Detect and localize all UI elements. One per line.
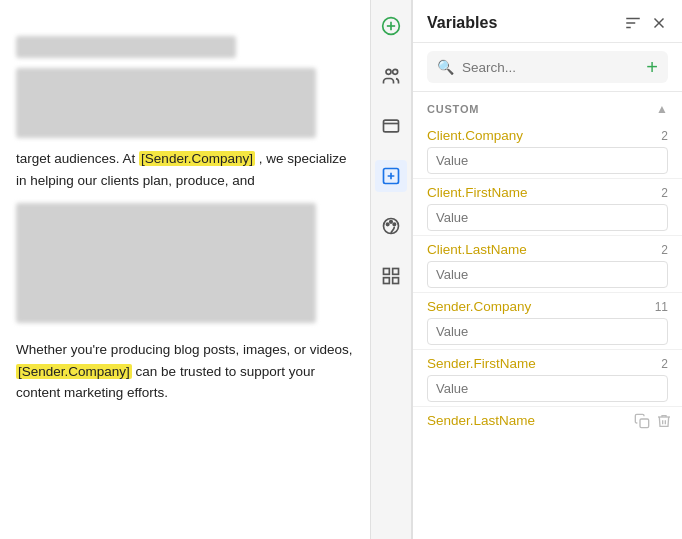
search-input-wrapper: 🔍 + xyxy=(427,51,668,83)
svg-rect-13 xyxy=(384,278,390,284)
variable-count: 2 xyxy=(661,243,668,257)
svg-point-4 xyxy=(393,69,398,74)
search-input[interactable] xyxy=(462,60,634,75)
content-text-line1: target audiences. At [Sender.Company] , … xyxy=(16,148,354,191)
add-variable-button[interactable]: + xyxy=(646,57,658,77)
variable-name: Sender.LastName xyxy=(427,413,535,428)
variable-item-sender-firstname: Sender.FirstName 2 xyxy=(413,350,682,407)
text-before-highlight2: Whether you're producing blog posts, ima… xyxy=(16,342,353,357)
svg-rect-12 xyxy=(393,269,399,275)
variable-item-sender-company: Sender.Company 11 xyxy=(413,293,682,350)
variable-value-sender-company[interactable] xyxy=(427,318,668,345)
sidebar xyxy=(370,0,412,539)
svg-point-3 xyxy=(386,69,391,74)
search-bar: 🔍 + xyxy=(413,43,682,92)
variable-row: Sender.Company 11 xyxy=(427,299,668,314)
variable-row: Sender.LastName xyxy=(427,413,668,428)
panel-header-icons xyxy=(624,14,668,32)
sidebar-contact-icon[interactable] xyxy=(375,110,407,142)
section-label: CUSTOM ▲ xyxy=(413,92,682,122)
sort-icon[interactable] xyxy=(624,14,642,32)
variable-item-client-firstname: Client.FirstName 2 xyxy=(413,179,682,236)
panel-header: Variables xyxy=(413,0,682,43)
sidebar-grid-icon[interactable] xyxy=(375,260,407,292)
blurred-text-1 xyxy=(16,36,236,58)
delete-icon[interactable] xyxy=(656,413,672,432)
variable-row: Client.Company 2 xyxy=(427,128,668,143)
variable-value-sender-firstname[interactable] xyxy=(427,375,668,402)
variable-name: Client.Company xyxy=(427,128,523,143)
blurred-text-2 xyxy=(16,68,316,138)
search-icon: 🔍 xyxy=(437,59,454,75)
variable-value-client-lastname[interactable] xyxy=(427,261,668,288)
variable-name: Sender.FirstName xyxy=(427,356,536,371)
variables-list: Client.Company 2 Client.FirstName 2 Clie… xyxy=(413,122,682,539)
panel-title: Variables xyxy=(427,14,497,32)
variable-count: 2 xyxy=(661,357,668,371)
svg-rect-14 xyxy=(393,278,399,284)
svg-point-10 xyxy=(393,223,396,226)
variable-value-client-company[interactable] xyxy=(427,147,668,174)
variable-count: 2 xyxy=(661,186,668,200)
highlight-sender-company-1: [Sender.Company] xyxy=(139,151,255,166)
sidebar-users-icon[interactable] xyxy=(375,60,407,92)
variable-item-client-company: Client.Company 2 xyxy=(413,122,682,179)
copy-icon[interactable] xyxy=(634,413,650,432)
collapse-section-button[interactable]: ▲ xyxy=(656,102,668,116)
text-before-highlight1: target audiences. At xyxy=(16,151,135,166)
variable-row: Sender.FirstName 2 xyxy=(427,356,668,371)
svg-rect-20 xyxy=(640,419,649,428)
row-action-icons xyxy=(634,413,672,432)
variable-item-sender-lastname: Sender.LastName xyxy=(413,407,682,436)
variable-count: 2 xyxy=(661,129,668,143)
variable-name: Client.LastName xyxy=(427,242,527,257)
close-icon[interactable] xyxy=(650,14,668,32)
variable-row: Client.FirstName 2 xyxy=(427,185,668,200)
variables-panel: Variables 🔍 + CUSTOM ▲ Client.Company 2 xyxy=(412,0,682,539)
content-bottom-text: Whether you're producing blog posts, ima… xyxy=(16,339,354,404)
variable-name: Client.FirstName xyxy=(427,185,528,200)
content-area: target audiences. At [Sender.Company] , … xyxy=(0,0,370,539)
svg-rect-5 xyxy=(384,120,399,132)
variable-item-client-lastname: Client.LastName 2 xyxy=(413,236,682,293)
sidebar-palette-icon[interactable] xyxy=(375,210,407,242)
variable-value-client-firstname[interactable] xyxy=(427,204,668,231)
svg-rect-11 xyxy=(384,269,390,275)
section-label-text: CUSTOM xyxy=(427,103,479,115)
variable-count: 11 xyxy=(655,300,668,314)
sidebar-add-icon[interactable] xyxy=(375,10,407,42)
variable-name: Sender.Company xyxy=(427,299,531,314)
variable-row: Client.LastName 2 xyxy=(427,242,668,257)
svg-point-8 xyxy=(386,223,389,226)
highlight-sender-company-2: [Sender.Company] xyxy=(16,364,132,379)
blurred-text-3 xyxy=(16,203,316,323)
svg-point-9 xyxy=(390,221,393,224)
sidebar-variables-icon[interactable] xyxy=(375,160,407,192)
